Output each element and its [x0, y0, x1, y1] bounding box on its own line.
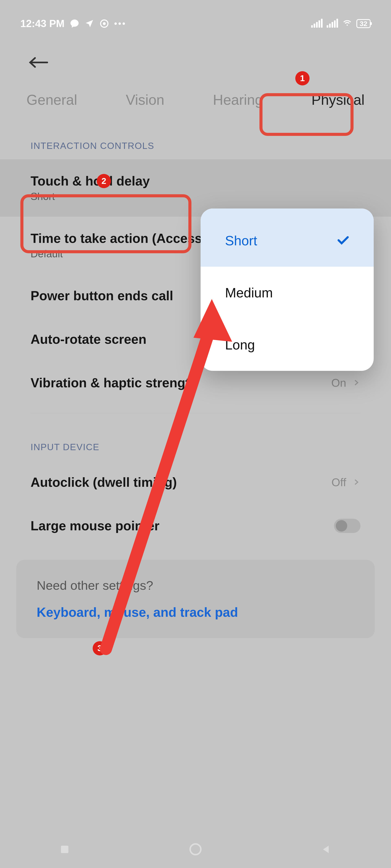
item-text-group: Touch & hold delay Short: [31, 174, 150, 203]
chrome-icon: [100, 19, 109, 29]
popup-option-label: Medium: [225, 285, 273, 301]
battery-level: 32: [360, 20, 367, 28]
item-autoclick[interactable]: Autoclick (dwell timing) Off: [0, 461, 391, 504]
item-title: Auto-rotate screen: [31, 332, 146, 347]
item-right-group: On: [331, 376, 360, 389]
item-text-group: Large mouse pointer: [31, 518, 160, 533]
item-title: Large mouse pointer: [31, 518, 160, 533]
check-icon: [337, 233, 349, 248]
status-time: 12:43 PM: [20, 18, 64, 30]
svg-point-1: [103, 22, 106, 25]
popup-option-long[interactable]: Long: [201, 319, 374, 371]
item-text-group: Auto-rotate screen: [31, 332, 146, 347]
hint-link-keyboard-mouse[interactable]: Keyboard, mouse, and track pad: [37, 605, 354, 620]
tab-hearing[interactable]: Hearing: [213, 92, 263, 108]
divider: [31, 413, 360, 413]
popup-option-label: Long: [225, 337, 255, 352]
svg-point-4: [190, 844, 201, 855]
signal-icon-2: [327, 20, 338, 28]
chat-icon: [69, 19, 79, 29]
section-interaction-controls: INTERACTION CONTROLS: [0, 120, 391, 159]
chevron-right-icon: [352, 476, 360, 489]
tab-physical[interactable]: Physical: [311, 92, 365, 108]
signal-icon-1: [311, 20, 323, 28]
more-dots-icon: •••: [114, 19, 127, 28]
tab-vision[interactable]: Vision: [126, 92, 164, 108]
nav-back-icon[interactable]: [321, 844, 332, 856]
hint-card: Need other settings? Keyboard, mouse, an…: [16, 560, 375, 638]
popup-option-medium[interactable]: Medium: [201, 267, 374, 319]
item-title: Vibration & haptic strength: [31, 375, 198, 391]
item-title: Power button ends call: [31, 288, 173, 303]
item-value: Off: [332, 476, 346, 489]
send-icon: [85, 19, 94, 29]
tabs-row: General Vision Hearing Physical: [0, 86, 391, 120]
item-touch-hold-delay[interactable]: Touch & hold delay Short: [0, 159, 391, 217]
item-title: Touch & hold delay: [31, 174, 150, 189]
item-subtitle: Short: [31, 191, 150, 203]
item-large-mouse-pointer[interactable]: Large mouse pointer: [0, 504, 391, 548]
wifi-icon: [342, 17, 352, 30]
chevron-right-icon: [352, 376, 360, 389]
item-right-group: Off: [332, 476, 360, 489]
item-text-group: Autoclick (dwell timing): [31, 475, 177, 490]
touch-hold-delay-popup: Short Medium Long: [201, 209, 374, 371]
status-bar: 12:43 PM ••• 32: [0, 0, 391, 36]
item-text-group: Vibration & haptic strength: [31, 375, 198, 391]
system-nav-bar: [0, 831, 391, 868]
item-value: On: [331, 376, 346, 389]
toggle-large-pointer[interactable]: [334, 519, 360, 533]
nav-home-icon[interactable]: [188, 842, 203, 857]
popup-option-label: Short: [225, 233, 257, 248]
hint-title: Need other settings?: [37, 578, 354, 593]
annotation-badge-3: 3: [93, 641, 107, 655]
item-text-group: Power button ends call: [31, 288, 173, 303]
phone-screen: 12:43 PM ••• 32 Genera: [0, 0, 391, 868]
popup-option-short[interactable]: Short: [201, 209, 374, 267]
nav-recent-icon[interactable]: [59, 844, 70, 856]
back-button[interactable]: [0, 36, 391, 86]
battery-icon: 32: [356, 19, 371, 28]
svg-rect-3: [61, 846, 68, 853]
item-title: Autoclick (dwell timing): [31, 475, 177, 490]
status-right-group: 32: [311, 17, 371, 30]
section-input-device: INPUT DEVICE: [0, 422, 391, 461]
status-left-group: 12:43 PM •••: [20, 18, 127, 30]
tab-general[interactable]: General: [26, 92, 77, 108]
